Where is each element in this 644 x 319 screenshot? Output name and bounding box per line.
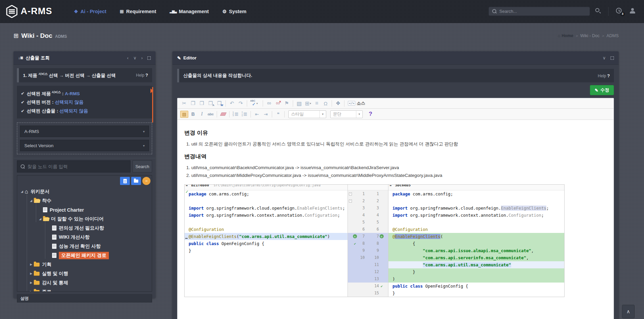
help-link[interactable]: Help? [136,73,148,78]
breadcrumb-item[interactable]: Wiki - Doc [580,33,599,38]
eraser-icon[interactable] [219,110,227,118]
panel-collapse-icon[interactable]: ∨ [133,55,137,60]
node-search-button[interactable]: Search [133,160,152,172]
twisty-expanded-icon[interactable]: ◢ [20,190,24,193]
unlink-icon[interactable]: ✕ [274,100,282,107]
edit-button[interactable]: ✎ 수정 [590,85,614,95]
nav-item-sys[interactable]: ⚙System [217,5,252,18]
cut-icon[interactable] [180,100,188,107]
tree-item[interactable]: ◢착수 [17,196,152,205]
tree-item[interactable]: 오픈페인 패키지 경로 [17,251,152,260]
nav-item-ai[interactable]: ❖Ai - Project [69,5,112,18]
version-select[interactable]: Select Version ▾ [20,140,149,151]
gutter-row: 13 [348,275,388,283]
outdent-icon[interactable] [253,110,261,118]
tree-item[interactable]: ▶감시 및 통제 [17,278,152,287]
vcs-check-icon[interactable] [380,284,384,288]
code-token: , [526,255,528,260]
vcs-change-icon[interactable] [380,234,384,238]
twisty-collapsed-icon[interactable]: ▶ [29,263,33,266]
panel-next-icon[interactable]: › [141,55,143,60]
undo-icon[interactable] [228,100,236,107]
vcs-check-icon[interactable] [353,241,357,245]
notifications-button[interactable]: 3 [613,8,624,15]
panel-prev-icon[interactable]: ‹ [127,55,128,60]
code-token: } [189,248,191,253]
paste-icon[interactable] [198,100,206,107]
ul-icon[interactable]: ••• [240,110,248,118]
old-line-number: 10 [357,255,365,260]
hline-icon[interactable] [313,100,321,107]
maximize-icon[interactable] [334,100,342,107]
nav-item-req[interactable]: ⊞Requirement [115,5,162,18]
add-document-button[interactable] [120,177,130,185]
source-icon[interactable]: </>소스 [347,100,366,107]
help-icon[interactable] [366,110,375,118]
omega-icon[interactable] [321,100,330,107]
scroll-to-top-button[interactable]: ∧ [622,305,635,318]
spell-icon[interactable]: ABC✓▾ [249,100,261,107]
req-icon: ⊞ [120,9,124,14]
paragraph-select[interactable]: 문단▾ [330,110,363,118]
tree-item[interactable]: ▶실행 및 이행 [17,269,152,278]
code-token: public class [392,284,425,289]
tree-item[interactable]: 성능 개선 확인 사항 [17,242,152,251]
navbar-search[interactable] [488,7,590,16]
flag-icon[interactable] [283,100,291,107]
twisty-expanded-icon[interactable]: ◢ [29,199,33,202]
tree-item[interactable]: ◢⌂위키문서 [17,187,152,196]
search-submit-icon[interactable] [593,8,603,15]
add-folder-button[interactable] [131,177,141,185]
selected-value[interactable]: 선택되지 않음 [55,100,84,105]
node-search-input[interactable] [27,164,127,169]
quote-icon[interactable] [274,110,282,118]
app-logo[interactable]: A-RMS [6,5,52,18]
ol-icon[interactable]: 123 [232,110,240,118]
twisty-expanded-icon[interactable]: ◢ [38,217,42,220]
twisty-collapsed-icon[interactable]: ▶ [29,290,33,292]
vcs-change-icon[interactable] [353,234,357,238]
fold-icon[interactable]: − [349,200,352,203]
italic-icon[interactable] [198,110,206,118]
help-link[interactable]: Help? [598,73,610,78]
style-select[interactable]: 스타일▾ [288,110,326,118]
new-line-gutter: 15 [367,290,388,297]
paste-text-icon[interactable]: A [207,100,215,107]
nav-item-mgmt[interactable]: ▂▆▃Management [164,5,214,18]
strike-icon[interactable] [207,110,215,118]
templates-icon[interactable] [180,111,188,118]
editor-content[interactable]: 변경 이유 1. util 의 오픈페인 클라이언트가 공통적인 서비스 영역으… [177,120,614,302]
twisty-collapsed-icon[interactable]: ▶ [29,272,33,275]
panel-expand-icon[interactable] [147,56,151,60]
breadcrumb-item[interactable]: ADMS [606,33,619,38]
tree-item[interactable]: ◢더 잘할 수 있는 아이디어 [17,214,152,223]
product-select[interactable]: A-RMS ▾ [20,126,149,137]
twisty-collapsed-icon[interactable]: ▶ [29,281,33,284]
document-icon [123,179,127,183]
fold-icon[interactable]: − [349,192,352,195]
tree-item[interactable]: WIKI 개선사항 [17,233,152,242]
node-search[interactable] [17,160,130,172]
navbar-search-input[interactable] [499,9,586,14]
tree-item[interactable]: ▶종료 [17,287,152,292]
selected-value[interactable]: 선택되지 않음 [59,108,88,113]
tree-item[interactable]: Project Charter [17,205,152,214]
tree-item[interactable]: 편의성 개선 필요사항 [17,223,152,233]
redo-icon[interactable] [237,100,245,107]
search-icon [492,9,497,14]
tree-item[interactable]: ▶기획 [17,260,152,269]
remove-node-button[interactable]: − [142,177,150,185]
old-line-number: 7 [357,234,365,239]
bold-icon[interactable] [189,110,197,118]
link-icon[interactable] [265,100,273,107]
table-icon[interactable]: ⊞▾ [304,100,312,107]
panel-collapse-icon[interactable]: ∨ [602,55,606,60]
user-menu-button[interactable] [627,8,638,15]
selected-value[interactable]: A-RMS [65,91,80,96]
breadcrumb-home[interactable]: ⌂Home [558,33,573,38]
copy-icon[interactable] [189,100,197,107]
paste-word-icon[interactable]: W [215,100,223,107]
panel-expand-icon[interactable] [611,56,614,60]
image-icon[interactable] [295,100,303,107]
indent-icon[interactable] [262,110,270,118]
